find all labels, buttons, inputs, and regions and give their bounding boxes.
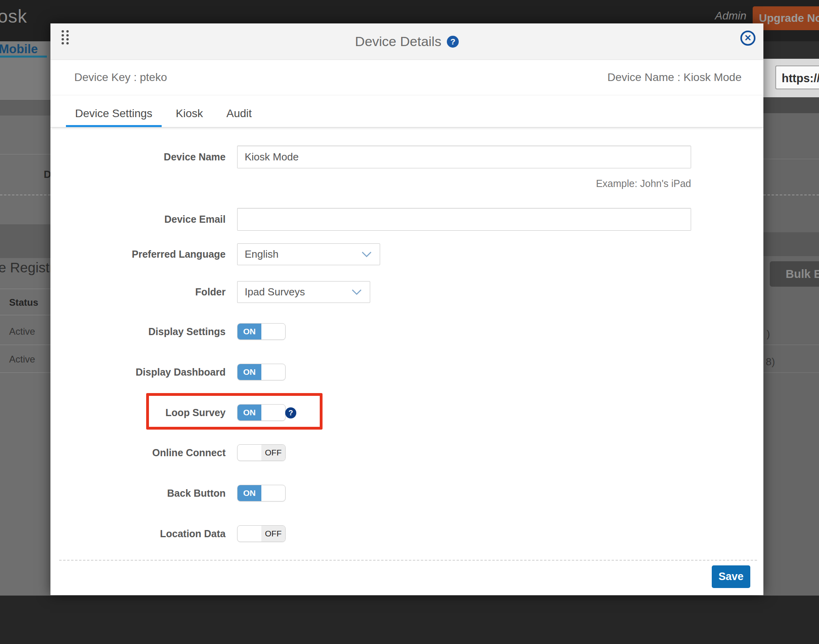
folder-select[interactable]: Ipad Surveys <box>237 281 370 303</box>
status-column-header: Status <box>9 297 38 308</box>
tab-device-settings[interactable]: Device Settings <box>66 107 162 127</box>
toggle-track <box>261 485 285 501</box>
divider <box>763 159 819 159</box>
dashed-divider <box>763 195 819 195</box>
background-tabbar: Mobile <box>0 41 50 100</box>
toggle-state: ON <box>238 364 261 380</box>
online-connect-toggle[interactable]: OFF <box>237 444 286 461</box>
back-button-label: Back Button <box>50 485 226 501</box>
chevron-down-icon <box>361 251 372 258</box>
display-settings-label: Display Settings <box>50 323 226 340</box>
back-button-toggle[interactable]: ON <box>237 485 286 501</box>
device-email-label: Device Email <box>50 208 226 231</box>
device-details-modal: Device Details ? ✕ Device Key : pteko De… <box>50 23 763 595</box>
device-name-label: Device Name <box>50 146 226 168</box>
divider <box>0 289 50 289</box>
toggle-track <box>238 445 261 461</box>
dashed-divider <box>0 195 50 195</box>
modal-header: Device Details ? ✕ <box>50 23 763 60</box>
device-name-hint: Example: John's iPad <box>50 178 691 189</box>
bulk-edit-button[interactable]: Bulk Edit <box>770 261 819 287</box>
section-title-partial: e Registr <box>0 260 54 276</box>
background-band <box>0 100 50 116</box>
toggle-state: ON <box>238 324 261 339</box>
divider <box>0 154 50 154</box>
table-row-status: Active <box>9 354 35 365</box>
toggle-track <box>261 364 285 380</box>
folder-value: Ipad Surveys <box>245 286 305 298</box>
modal-title: Device Details <box>355 34 441 49</box>
loop-survey-help-icon[interactable]: ? <box>285 407 296 418</box>
screen: osk Admin Upgrade Now Mobile D e Registr… <box>0 0 819 644</box>
device-key-text: Device Key : pteko <box>74 71 167 84</box>
background-band <box>763 97 819 113</box>
folder-label: Folder <box>50 281 226 303</box>
toggle-state: OFF <box>261 445 285 461</box>
toggle-track <box>238 526 261 542</box>
divider <box>0 345 50 345</box>
display-dashboard-label: Display Dashboard <box>50 364 226 380</box>
mobile-tab[interactable]: Mobile <box>0 42 38 56</box>
device-name-field[interactable] <box>237 146 691 168</box>
toggle-state: ON <box>238 405 261 420</box>
chevron-down-icon <box>352 289 362 295</box>
device-email-field[interactable] <box>237 208 691 231</box>
url-input[interactable]: https:// <box>775 66 819 89</box>
background-bottom-strip <box>0 596 819 644</box>
tab-audit[interactable]: Audit <box>217 107 261 127</box>
background-band <box>763 232 819 256</box>
modal-subheader: Device Key : pteko Device Name : Kiosk M… <box>50 60 763 95</box>
admin-link[interactable]: Admin <box>715 10 746 22</box>
divider <box>0 372 50 373</box>
location-data-label: Location Data <box>50 525 226 542</box>
table-cell-partial: 8) <box>766 356 775 368</box>
help-icon[interactable]: ? <box>447 36 459 48</box>
toggle-track <box>261 324 285 339</box>
mobile-tab-underline <box>0 56 47 58</box>
background-band <box>0 224 50 258</box>
table-cell-partial: ) <box>767 328 770 340</box>
tab-kiosk[interactable]: Kiosk <box>167 107 212 127</box>
location-data-toggle[interactable]: OFF <box>237 525 286 542</box>
background-band <box>763 41 819 59</box>
toggle-state: OFF <box>261 526 285 542</box>
loop-survey-label: Loop Survey <box>50 404 226 421</box>
save-button[interactable]: Save <box>712 565 750 588</box>
footer-divider <box>59 560 757 561</box>
background-right-strip: https:// Bulk Edit ) 8) <box>763 41 819 596</box>
divider <box>763 372 819 373</box>
divider <box>763 345 819 345</box>
close-icon[interactable]: ✕ <box>740 31 755 46</box>
display-settings-toggle[interactable]: ON <box>237 323 286 340</box>
loop-survey-toggle[interactable]: ON <box>237 404 286 421</box>
display-dashboard-toggle[interactable]: ON <box>237 364 286 380</box>
preferred-language-label: Preferred Language <box>50 243 226 265</box>
table-row-status: Active <box>9 326 35 337</box>
preferred-language-value: English <box>245 248 278 260</box>
preferred-language-select[interactable]: English <box>237 243 380 265</box>
modal-tabs: Device Settings Kiosk Audit <box>50 95 763 127</box>
app-logo-partial: osk <box>0 6 27 27</box>
background-label-partial: D <box>44 168 51 181</box>
toggle-track <box>261 405 285 420</box>
background-left-strip: Mobile D e Registr Status Active Active <box>0 41 50 596</box>
divider <box>0 315 50 315</box>
toggle-state: ON <box>238 485 261 501</box>
online-connect-label: Online Connect <box>50 444 226 461</box>
device-name-text: Device Name : Kiosk Mode <box>607 71 742 84</box>
